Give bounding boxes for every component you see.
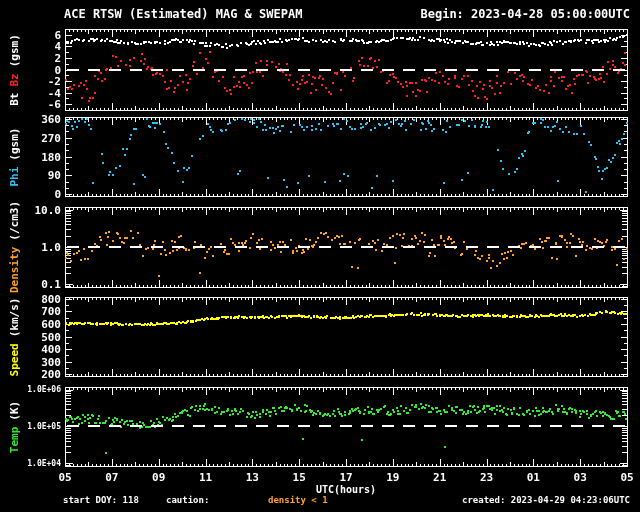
x-tick-label: 15 bbox=[284, 471, 314, 484]
x-tick-label: 03 bbox=[565, 471, 595, 484]
x-tick-label: 13 bbox=[237, 471, 267, 484]
axis-label-part: Temp bbox=[8, 426, 21, 453]
x-tick-label: 01 bbox=[518, 471, 548, 484]
y-axis-title: BtBz(gsm) bbox=[8, 31, 21, 109]
x-tick-label: 11 bbox=[191, 471, 221, 484]
axis-label-part: Speed bbox=[8, 343, 21, 376]
ace-rtsw-plot: ACE RTSW (Estimated) MAG & SWEPAM Begin:… bbox=[0, 0, 640, 512]
caution-label: caution: bbox=[166, 495, 209, 505]
axis-label-part: (gsm) bbox=[8, 127, 21, 160]
x-tick-label: 05 bbox=[612, 471, 640, 484]
axis-label-part: Bt bbox=[8, 92, 21, 105]
y-axis-title: Density(/cm3) bbox=[8, 198, 21, 296]
y-axis-title: Phi(gsm) bbox=[8, 124, 21, 189]
y-axis-title: Temp(K) bbox=[8, 397, 21, 455]
x-tick-label: 05 bbox=[50, 471, 80, 484]
x-tick-label: 23 bbox=[472, 471, 502, 484]
axis-label-part: Bz bbox=[8, 73, 21, 86]
plot-title: ACE RTSW (Estimated) MAG & SWEPAM bbox=[64, 7, 302, 21]
created-timestamp: created: 2023-04-29 04:23:06UTC bbox=[462, 495, 630, 505]
y-tick-label: 1.0E+06 bbox=[0, 385, 61, 394]
caution-value: density < 1 bbox=[268, 495, 328, 505]
x-tick-label: 17 bbox=[331, 471, 361, 484]
axis-label-part: (km/s) bbox=[8, 297, 21, 337]
x-tick-label: 07 bbox=[97, 471, 127, 484]
x-tick-label: 21 bbox=[425, 471, 455, 484]
axis-label-part: Phi bbox=[8, 166, 21, 186]
axis-label-part: Density bbox=[8, 247, 21, 293]
begin-timestamp: Begin: 2023-04-28 05:00:00UTC bbox=[420, 7, 630, 21]
y-axis-title: Speed(km/s) bbox=[8, 294, 21, 379]
x-tick-label: 09 bbox=[144, 471, 174, 484]
axis-label-part: (K) bbox=[8, 400, 21, 420]
x-tick-label: 19 bbox=[378, 471, 408, 484]
axis-label-part: (/cm3) bbox=[8, 201, 21, 241]
axis-label-part: (gsm) bbox=[8, 34, 21, 67]
start-doy-label: start DOY: 118 bbox=[63, 495, 139, 505]
x-axis-title: UTC(hours) bbox=[286, 484, 406, 495]
plot-canvas bbox=[0, 0, 640, 512]
y-tick-label: 1.0E+04 bbox=[0, 459, 61, 468]
